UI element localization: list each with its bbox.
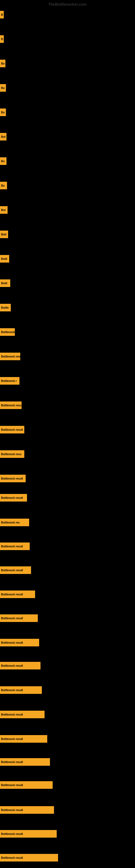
bar-label: Bot [1, 209, 6, 212]
bar-label: Bo [1, 184, 5, 187]
bar-label: Bo [1, 111, 5, 114]
bar-label: Bottleneck resu [1, 404, 21, 407]
bar-item: B [0, 35, 4, 43]
bar-item: Bott [0, 230, 8, 238]
bar-label: Bottleneck result [1, 477, 23, 480]
bar-item: Bottleneck [0, 328, 15, 336]
bar-item: Bo [0, 157, 6, 165]
bar-label: B [1, 13, 3, 16]
bar-item: Bottleneck result [0, 711, 45, 718]
bar-item: Bottl [0, 255, 9, 262]
bar-item: Bottleneck result [0, 686, 42, 694]
bar-label: Bottleneck r [1, 379, 17, 382]
bar-item: Bottleneck result [0, 662, 41, 670]
bar-item: Bottleneck result [0, 806, 54, 814]
bar-item: Bottleneck result [0, 614, 38, 622]
bar-item: Bottleneck result [0, 426, 24, 433]
bar-label: Bott [1, 233, 6, 236]
bar-label: Bottleneck res [1, 521, 20, 524]
bar-item: Bottleneck r [0, 377, 19, 384]
bar-label: Bottleneck resu [1, 355, 20, 358]
bar-item: Bottleneck result [0, 494, 27, 501]
bar-item: Bottleneck result [0, 830, 57, 838]
bar-label: Bottleneck [1, 331, 15, 334]
bar-label: Bottleneck result [1, 545, 23, 548]
bar-item: Bottleneck res [0, 519, 29, 526]
bar-item: Bo [0, 84, 6, 92]
bar-item: Bot [0, 133, 6, 141]
bar-label: Bottleneck result [1, 809, 23, 812]
bar-label: Bottleneck result [1, 784, 23, 786]
bar-label: Bottleneck result [1, 689, 23, 692]
bar-label: Bo [1, 87, 5, 90]
bar-item: Bottleneck resu [0, 401, 21, 409]
bar-label: Bottl [1, 257, 7, 260]
bar-label: Bottleneck result [1, 833, 23, 835]
bar-item: Bottleneck result [0, 735, 47, 743]
bar-label: Bottl [1, 282, 7, 285]
bar-label: Bottleneck result [1, 593, 23, 596]
bar-label: Bottleneck result [1, 738, 23, 741]
bar-label: Bottleneck result [1, 664, 23, 667]
bar-item: Bottleneck result [0, 590, 35, 598]
bar-label: Bottleneck result [1, 569, 23, 572]
bar-item: Bottleneck result [0, 854, 58, 862]
bar-label: Bottleneck result [1, 641, 23, 644]
bar-label: Bottleneck result [1, 713, 23, 716]
bar-label: Bot [1, 135, 6, 138]
bar-item: Bottl [0, 279, 10, 287]
bar-item: Bottleneck resu [0, 450, 24, 458]
bar-item: Bottleneck result [0, 781, 53, 789]
site-title: TheBottlenecker.com [48, 2, 87, 6]
bar-item: Bo [0, 60, 5, 67]
bar-label: Bottleneck result [1, 496, 23, 499]
bar-item: Bottleneck result [0, 566, 31, 574]
bar-item: Bottleneck result [0, 758, 50, 766]
bar-label: Bottleneck resu [1, 453, 21, 456]
bar-item: Bot [0, 206, 8, 214]
bar-label: Bottleneck result [1, 761, 23, 764]
bar-item: Bottleneck result [0, 542, 30, 550]
bar-item: B [0, 11, 4, 19]
bar-label: Bottle [1, 306, 9, 309]
bar-label: Bo [1, 160, 5, 163]
bar-item: Bottleneck resu [0, 352, 20, 360]
bar-item: Bottle [0, 304, 11, 311]
bar-label: Bottleneck result [1, 617, 23, 620]
bar-item: Bo [0, 182, 7, 189]
bar-item: Bottleneck result [0, 475, 26, 482]
bar-label: Bo [1, 62, 5, 65]
bar-label: Bottleneck result [1, 428, 23, 431]
bar-label: B [1, 38, 3, 41]
bar-label: Bottleneck result [1, 856, 23, 859]
bar-item: Bo [0, 108, 6, 116]
bar-item: Bottleneck result [0, 639, 39, 646]
